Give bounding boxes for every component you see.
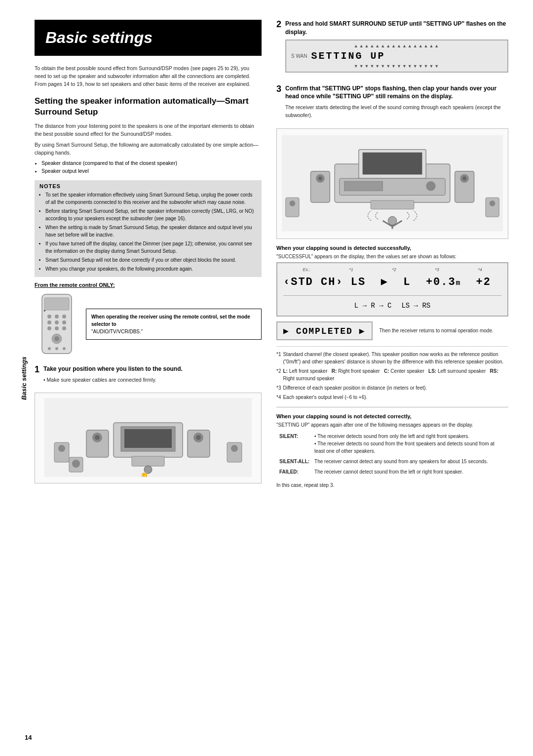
remote-instruction: When operating the receiver using the re… — [86, 309, 262, 340]
svg-point-52 — [490, 200, 495, 206]
std-display: Ex.: *1 *2 *3 *4 ‹STD CH› LS ▶ L +0.3m +… — [276, 262, 508, 317]
notes-title: NOTES — [39, 183, 257, 189]
completed-display: ▶ COMPLETED ▶ — [276, 321, 373, 340]
star3-label: *3 — [435, 267, 439, 272]
star1-label: *1 — [349, 267, 353, 272]
intro-text: To obtain the best possible sound effect… — [35, 65, 262, 88]
svg-point-7 — [62, 320, 66, 324]
completed-row: ▶ COMPLETED ▶ Then the receiver returns … — [276, 321, 508, 340]
notes-box: NOTES To set the speaker information eff… — [35, 180, 262, 277]
svg-point-54 — [388, 216, 397, 225]
svg-point-30 — [231, 445, 238, 452]
right-column: 2 Press and hold SMART SURROUND SETUP un… — [276, 20, 508, 495]
svg-rect-41 — [344, 181, 383, 191]
svg-point-26 — [196, 435, 201, 440]
svg-rect-31 — [132, 456, 164, 466]
svg-point-35 — [72, 460, 80, 468]
note-item-4: If you have turned off the display, canc… — [45, 240, 257, 255]
step-2: 2 Press and hold SMART SURROUND SETUP un… — [276, 20, 508, 79]
step-2-content: Press and hold SMART SURROUND SETUP unti… — [285, 20, 508, 79]
fn2-text: L: Left front speaker R: Right front spe… — [283, 367, 508, 382]
step-3-heading: Confirm that "SETTING UP" stops flashing… — [285, 84, 508, 101]
footnote-1: *1 Standard channel (the closest speaker… — [276, 351, 508, 365]
svg-rect-1 — [44, 298, 69, 310]
step-1-content: Take your position where you listen to t… — [43, 365, 262, 387]
svg-text:👏: 👏 — [141, 471, 148, 477]
svg-point-48 — [462, 176, 466, 180]
lcd-bottom-arrows: ▼▼▼▼▼▼▼▼▼▼▼▼▼▼▼▼ — [291, 64, 502, 69]
svg-point-4 — [62, 315, 66, 318]
fn3-num: *3 — [276, 384, 281, 392]
remote-instruction-value: "AUDIO/TV/VCR/DBS." — [91, 329, 143, 334]
step-3: 3 Confirm that "SETTING UP" stops flashi… — [276, 84, 508, 122]
step-1-illustration: 👏 — [35, 393, 262, 483]
step-3-content: Confirm that "SETTING UP" stops flashing… — [285, 84, 508, 122]
side-label-container: Basic settings — [0, 0, 15, 756]
svg-point-3 — [55, 315, 59, 318]
step-1: 1 Take your position where you listen to… — [35, 365, 262, 387]
svg-point-12 — [54, 336, 59, 341]
bullet-list: Speaker distance (compared to that of th… — [41, 159, 262, 175]
display-label-row: Ex.: *1 *2 *3 *4 — [283, 267, 501, 272]
fn1-num: *1 — [276, 351, 281, 365]
failed-text: The receiver cannot detect sound from th… — [312, 467, 507, 477]
section-intro-2: By using Smart Surround Setup, the follo… — [35, 141, 262, 157]
repeat-note: In this case, repeat step 3. — [276, 481, 508, 489]
silent-row: SILENT: • The receiver detects sound fro… — [277, 432, 507, 456]
fn4-num: *4 — [276, 394, 281, 401]
completed-note: Then the receiver returns to normal oper… — [380, 327, 494, 334]
note-item-6: When you change your speakers, do the fo… — [45, 265, 257, 273]
svg-point-50 — [290, 200, 296, 206]
svg-point-6 — [55, 320, 59, 324]
lcd-top-arrows: ▲▲▲▲▲▲▲▲▲▲▲▲▲▲▲▲ — [291, 43, 502, 48]
page-number: 14 — [25, 734, 32, 741]
fn4-text: Each speaker's output level (−6 to +6). — [283, 394, 367, 401]
step-1-heading: Take your position where you listen to t… — [43, 365, 262, 373]
from-remote-label: From the remote control ONLY: — [35, 282, 262, 288]
when-success-section: When your clapping sound is detected suc… — [276, 245, 508, 340]
footnote-2: *2 L: Left front speaker R: Right front … — [276, 367, 508, 382]
svg-rect-20 — [124, 429, 172, 448]
std-display-text: ‹STD CH› LS ▶ L +0.3m +2 — [283, 276, 491, 288]
svg-rect-39 — [363, 152, 422, 174]
ex-label: Ex.: — [303, 267, 310, 272]
step-2-heading: Press and hold SMART SURROUND SETUP unti… — [285, 20, 508, 37]
fn2-num: *2 — [276, 367, 281, 382]
clap-illustration-svg — [282, 134, 503, 233]
note-item-3: When the setting is made by Smart Surrou… — [45, 224, 257, 239]
remote-illustration: ► — [35, 292, 79, 357]
svg-point-42 — [426, 181, 435, 191]
notes-list: To set the speaker information effective… — [45, 191, 257, 273]
failed-label: FAILED: — [277, 467, 311, 477]
svg-point-10 — [62, 326, 66, 330]
note-item-5: Smart Surround Setup will not be done co… — [45, 256, 257, 264]
svg-point-14 — [55, 347, 58, 350]
footnote-4: *4 Each speaker's output level (−6 to +6… — [276, 394, 508, 401]
svg-point-5 — [47, 320, 51, 324]
when-success-text: "SUCCESSFUL" appears on the display, the… — [276, 253, 508, 260]
when-not-detected-section: When your clapping sound is not detected… — [276, 413, 508, 489]
section-intro-1: The distance from your listening point t… — [35, 122, 262, 138]
left-column: Basic settings To obtain the best possib… — [35, 20, 262, 495]
footnotes: *1 Standard channel (the closest speaker… — [276, 346, 508, 401]
svg-rect-53 — [371, 200, 414, 209]
step-3-num: 3 — [276, 84, 281, 122]
silent-all-text: The receiver cannot detect any sound fro… — [312, 457, 507, 466]
bullet-item-1: Speaker distance (compared to that of th… — [41, 159, 262, 167]
step-1-num: 1 — [35, 365, 39, 387]
star4-label: *4 — [478, 267, 482, 272]
when-success-heading: When your clapping sound is detected suc… — [276, 245, 508, 251]
svg-point-28 — [58, 445, 65, 452]
svg-point-2 — [47, 315, 51, 318]
note-item-1: To set the speaker information effective… — [45, 191, 257, 206]
svg-point-45 — [318, 176, 322, 180]
star2-label: *2 — [392, 267, 396, 272]
silent-table: SILENT: • The receiver detects sound fro… — [276, 431, 508, 477]
ls-display: LS → RS — [401, 302, 430, 310]
note-item-2: Before starting Smart Surround Setup, se… — [45, 207, 257, 222]
remote-instruction-bold: When operating the receiver using the re… — [91, 314, 250, 327]
silent-label: SILENT: — [277, 432, 311, 456]
section-heading: Setting the speaker information automati… — [35, 96, 262, 118]
header-box: Basic settings — [35, 20, 262, 56]
step-3-text: The receiver starts detecting the level … — [285, 104, 508, 119]
